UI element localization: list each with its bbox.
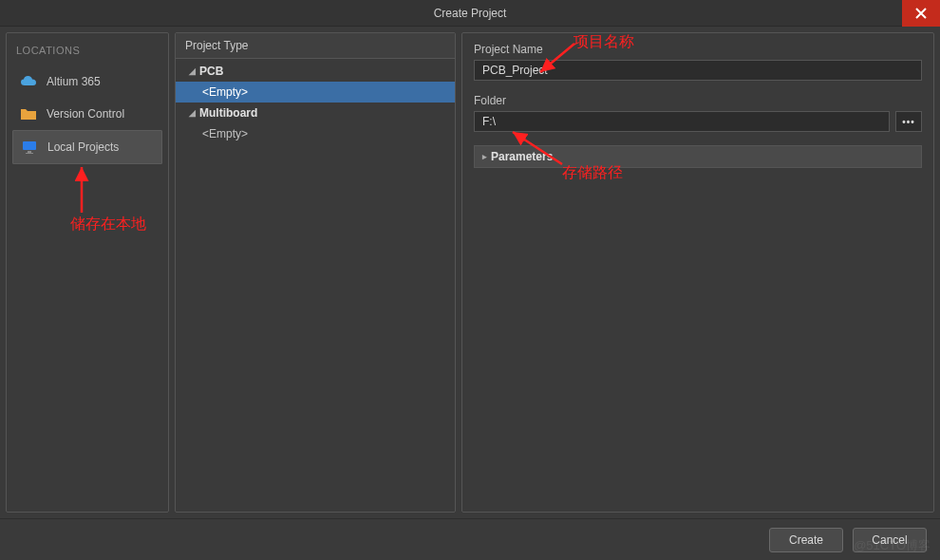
svg-rect-1 xyxy=(28,151,31,153)
dialog-title: Create Project xyxy=(434,7,507,20)
browse-button[interactable]: ••• xyxy=(895,111,922,132)
caret-right-icon: ▸ xyxy=(482,152,487,161)
sidebar-item-label: Version Control xyxy=(47,107,124,121)
titlebar: Create Project xyxy=(0,0,940,27)
folder-input[interactable] xyxy=(474,111,890,132)
caret-down-icon: ◢ xyxy=(189,66,196,76)
tree-group-pcb[interactable]: ◢ PCB xyxy=(176,61,455,82)
svg-rect-2 xyxy=(26,153,33,154)
project-name-input[interactable] xyxy=(474,60,922,81)
folder-label: Folder xyxy=(474,94,922,107)
cloud-icon xyxy=(20,73,37,90)
folder-icon xyxy=(20,105,37,122)
tree-item-multiboard-empty[interactable]: <Empty> xyxy=(176,123,455,144)
project-name-label: Project Name xyxy=(474,43,922,56)
project-type-panel: Project Type ◢ PCB <Empty> ◢ Multiboard … xyxy=(175,32,456,513)
tree-item-pcb-empty[interactable]: <Empty> xyxy=(176,82,455,103)
monitor-icon xyxy=(21,139,38,156)
create-button[interactable]: Create xyxy=(769,528,843,552)
sidebar-item-label: Altium 365 xyxy=(47,75,101,88)
svg-rect-0 xyxy=(23,141,36,150)
sidebar-item-local-projects[interactable]: Local Projects xyxy=(12,130,162,164)
ellipsis-icon: ••• xyxy=(902,117,915,127)
dialog-footer: Create Cancel xyxy=(0,518,940,560)
watermark: @51CTO博客 xyxy=(854,537,931,554)
close-button[interactable] xyxy=(902,0,940,27)
tree-group-multiboard[interactable]: ◢ Multiboard xyxy=(176,103,455,123)
locations-header: LOCATIONS xyxy=(12,39,162,65)
close-icon xyxy=(915,8,927,19)
sidebar-item-label: Local Projects xyxy=(47,140,119,154)
caret-down-icon: ◢ xyxy=(189,108,196,118)
form-panel: Project Name Folder ••• ▸ Parameters xyxy=(461,32,934,513)
project-type-tree: ◢ PCB <Empty> ◢ Multiboard <Empty> xyxy=(176,59,455,512)
sidebar-item-altium365[interactable]: Altium 365 xyxy=(12,65,162,98)
locations-sidebar: LOCATIONS Altium 365 Version Control Loc… xyxy=(6,32,169,513)
sidebar-item-version-control[interactable]: Version Control xyxy=(12,98,162,130)
project-type-header: Project Type xyxy=(176,33,455,59)
parameters-expander[interactable]: ▸ Parameters xyxy=(474,145,922,168)
